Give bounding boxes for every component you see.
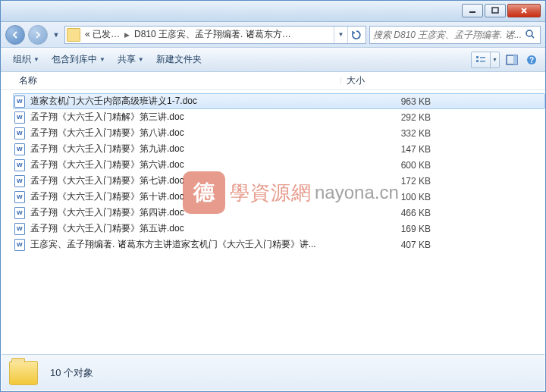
file-size: 292 KB: [347, 112, 431, 123]
file-row[interactable]: 孟子翔《大六壬入门精要》第四讲.doc466 KB: [13, 205, 545, 221]
word-doc-icon: [14, 239, 26, 251]
file-size: 172 KB: [347, 176, 431, 187]
file-name: 孟子翔《大六壬入门精要》第十讲.doc: [30, 190, 347, 203]
file-name: 孟子翔《大六壬入门精要》第八讲.doc: [30, 127, 347, 140]
word-doc-icon: [14, 191, 26, 203]
include-in-library-button[interactable]: 包含到库中 ▼: [46, 50, 111, 69]
file-list: 道家玄机门大六壬内部高级班讲义1-7.doc963 KB孟子翔《大六壬入门精解》…: [1, 90, 545, 252]
new-folder-button[interactable]: 新建文件夹: [150, 50, 208, 69]
maximize-button[interactable]: [485, 4, 506, 17]
caret-down-icon: ▼: [33, 56, 39, 63]
file-name: 王彦宾、孟子翔编著. 诸葛东方主讲道家玄机门《大六壬入门精要》讲...: [30, 238, 347, 251]
refresh-button[interactable]: [347, 27, 364, 43]
file-row[interactable]: 王彦宾、孟子翔编著. 诸葛东方主讲道家玄机门《大六壬入门精要》讲...407 K…: [13, 237, 545, 252]
svg-rect-0: [469, 11, 475, 13]
search-box[interactable]: [369, 26, 541, 44]
navigation-bar: ▼ « 已发… ▶ D810 王彦宾、孟子翔编著. 诸葛东方… ▼: [1, 22, 545, 48]
history-dropdown[interactable]: ▼: [51, 27, 61, 43]
svg-rect-5: [480, 57, 485, 58]
column-headers: 名称 大小: [1, 72, 545, 90]
file-name: 孟子翔《大六壬入门精要》第九讲.doc: [30, 143, 347, 155]
file-row[interactable]: 孟子翔《大六壬入门精解》第三讲.doc292 KB: [13, 109, 545, 125]
address-dropdown[interactable]: ▼: [334, 27, 347, 43]
include-label: 包含到库中: [52, 53, 97, 66]
breadcrumb-folder[interactable]: D810 王彦宾、孟子翔编著. 诸葛东方…: [131, 28, 294, 41]
search-icon[interactable]: [525, 29, 537, 41]
change-view-button[interactable]: ▼: [471, 52, 500, 68]
minimize-button[interactable]: [462, 4, 483, 17]
word-doc-icon: [14, 223, 26, 235]
address-bar[interactable]: « 已发… ▶ D810 王彦宾、孟子翔编著. 诸葛东方… ▼: [64, 26, 366, 44]
word-doc-icon: [14, 127, 26, 140]
file-size: 169 KB: [347, 224, 431, 234]
file-size: 466 KB: [347, 208, 431, 218]
share-label: 共享: [118, 53, 136, 66]
word-doc-icon: [14, 159, 26, 171]
svg-rect-8: [513, 55, 517, 64]
file-name: 孟子翔《大六壬入门精要》第六讲.doc: [30, 158, 347, 171]
svg-rect-3: [476, 56, 479, 58]
help-button[interactable]: ?: [524, 52, 539, 68]
organize-label: 组织: [13, 53, 31, 66]
svg-text:?: ?: [529, 55, 534, 64]
word-doc-icon: [14, 175, 26, 187]
column-header-name[interactable]: 名称: [13, 74, 340, 87]
word-doc-icon: [14, 111, 26, 124]
folder-large-icon: [9, 361, 38, 385]
word-doc-icon: [14, 207, 26, 219]
view-dropdown[interactable]: ▼: [490, 52, 499, 67]
status-item-count: 10 个对象: [50, 366, 93, 380]
word-doc-icon: [14, 143, 26, 155]
file-name: 孟子翔《大六壬入门精要》第四讲.doc: [30, 206, 347, 219]
status-bar: 10 个对象: [2, 354, 544, 390]
file-row[interactable]: 孟子翔《大六壬入门精要》第十讲.doc100 KB: [13, 189, 545, 205]
share-button[interactable]: 共享 ▼: [111, 50, 150, 69]
svg-point-2: [526, 30, 532, 36]
file-row[interactable]: 孟子翔《大六壬入门精要》第六讲.doc600 KB: [13, 157, 545, 173]
svg-rect-6: [480, 61, 485, 62]
column-header-size[interactable]: 大小: [340, 74, 431, 87]
svg-rect-4: [476, 60, 479, 62]
caret-down-icon: ▼: [99, 56, 105, 63]
file-row[interactable]: 孟子翔《大六壬入门精要》第七讲.doc172 KB: [13, 173, 545, 189]
file-row[interactable]: 孟子翔《大六壬入门精要》第八讲.doc332 KB: [13, 125, 545, 141]
organize-button[interactable]: 组织 ▼: [7, 50, 46, 69]
window-titlebar: [1, 1, 545, 22]
file-row[interactable]: 孟子翔《大六壬入门精要》第五讲.doc169 KB: [13, 221, 545, 237]
file-name: 孟子翔《大六壬入门精要》第五讲.doc: [30, 222, 347, 235]
file-size: 100 KB: [347, 192, 431, 202]
file-name: 道家玄机门大六壬内部高级班讲义1-7.doc: [30, 95, 347, 108]
file-size: 147 KB: [347, 144, 431, 155]
file-name: 孟子翔《大六壬入门精要》第七讲.doc: [30, 174, 347, 187]
word-doc-icon: [14, 96, 26, 108]
file-size: 407 KB: [347, 240, 431, 250]
preview-pane-button[interactable]: [504, 52, 519, 68]
file-name: 孟子翔《大六壬入门精解》第三讲.doc: [30, 111, 347, 124]
svg-rect-1: [492, 8, 498, 13]
close-button[interactable]: [507, 4, 541, 17]
back-button[interactable]: [5, 25, 25, 45]
file-row[interactable]: 孟子翔《大六壬入门精要》第九讲.doc147 KB: [13, 141, 545, 157]
file-size: 963 KB: [347, 96, 431, 107]
forward-button[interactable]: [28, 25, 48, 45]
caret-down-icon: ▼: [138, 56, 144, 63]
search-input[interactable]: [373, 30, 525, 40]
command-bar: 组织 ▼ 包含到库中 ▼ 共享 ▼ 新建文件夹 ▼ ?: [1, 48, 545, 72]
file-row[interactable]: 道家玄机门大六壬内部高级班讲义1-7.doc963 KB: [13, 93, 545, 109]
folder-icon: [67, 28, 80, 42]
view-icon: [472, 55, 490, 64]
file-size: 332 KB: [347, 128, 431, 139]
chevron-right-icon[interactable]: ▶: [123, 31, 131, 39]
file-size: 600 KB: [347, 160, 431, 171]
breadcrumb-root[interactable]: « 已发…: [82, 28, 123, 41]
